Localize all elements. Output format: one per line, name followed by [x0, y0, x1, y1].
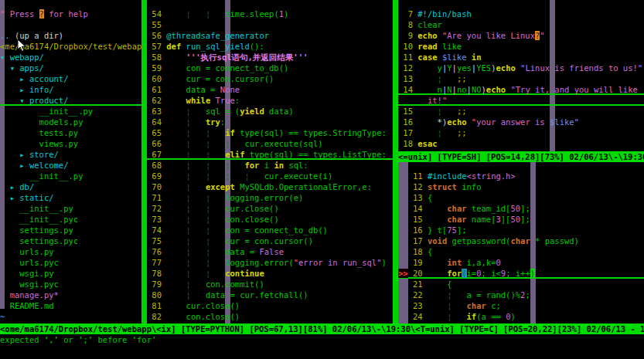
code-line[interactable]: >> 20 for(i=0; i<9; i++) — [398, 268, 644, 279]
code-line[interactable]: 75 ¦ ¦ cur = con.cursor() — [147, 235, 393, 246]
code-line[interactable]: 64 ¦ try: — [147, 117, 393, 127]
code-line[interactable]: ▸ welcome/ — [0, 160, 141, 171]
code-line[interactable]: 70 ¦ except MySQLdb.OperationalError,e: — [147, 181, 393, 192]
code-line[interactable]: 7 #!/bin/bash — [398, 8, 644, 19]
code-line[interactable]: ▾ webapp/ — [0, 52, 141, 63]
code-line[interactable]: 11 case $like in — [398, 52, 644, 63]
code-line[interactable]: ▸ account/ — [0, 73, 141, 84]
code-line[interactable]: 67 ¦ ¦ elif type(sql) == types.ListType: — [147, 149, 393, 160]
command-line-message: expected ‘,’ or ‘;’ before ‘for’ — [0, 334, 644, 345]
shell-script-code-pane[interactable]: 7 #!/bin/bash 8 clear 9 echo "Are you li… — [398, 8, 644, 160]
code-line[interactable]: 77 ¦ ¦ logging.error("error in run_sql") — [147, 257, 393, 268]
code-line[interactable]: 16 *)echo "your answer is $like" — [398, 117, 644, 127]
code-line[interactable]: 23 ¦ char c; — [398, 300, 644, 311]
code-line[interactable]: 18 esac — [398, 138, 644, 149]
statusline-sh-window: <=unix] [TYPE=SH] [POS=14,28][73%] 02/06… — [398, 151, 644, 162]
python-code-pane[interactable]: 54 ¦ ¦ time.sleep(1) 55 56 @threadsafe_g… — [147, 8, 393, 333]
code-line[interactable]: 9 echo "Are you like Linux?" — [398, 30, 644, 41]
code-line[interactable]: 58 '''执行sql语句,并返回结果''' — [147, 52, 393, 63]
code-line[interactable]: 15 ¦ ;; — [398, 106, 644, 117]
code-line[interactable]: README.md — [0, 300, 141, 311]
code-line[interactable]: 54 ¦ ¦ time.sleep(1) — [147, 8, 393, 19]
code-line[interactable]: 8 clear — [398, 19, 644, 30]
code-line[interactable]: 15 char name[3][50]; — [398, 214, 644, 225]
code-line[interactable]: 10 read like — [398, 41, 644, 52]
code-line[interactable]: views.py — [0, 138, 141, 149]
code-line[interactable]: " Press ? for help — [0, 8, 141, 19]
code-line[interactable]: 61 data = None — [147, 84, 393, 95]
code-line[interactable]: 18 { — [398, 246, 644, 257]
nerdtree-file-explorer-pane[interactable]: " Press ? for help.. (up a dir)<me/ma617… — [0, 8, 141, 333]
code-line[interactable]: 14 char team_id[50]; — [398, 203, 644, 214]
mouse-pointer-icon — [17, 39, 26, 52]
code-line[interactable]: 19 int i,a,k=0 — [398, 257, 644, 268]
code-line[interactable]: 11 #include<string.h> — [398, 171, 644, 181]
code-line[interactable]: ~ — [0, 311, 141, 322]
code-line[interactable]: 80 ¦ data = cur.fetchall() — [147, 290, 393, 300]
code-line[interactable]: settings.pyc — [0, 235, 141, 246]
code-line[interactable]: 78 ¦ ¦ continue — [147, 268, 393, 279]
code-line[interactable]: wsgi.pyc — [0, 279, 141, 290]
code-line[interactable]: 68 ¦ ¦ ¦ for i in sql: — [147, 160, 393, 171]
vim-terminal-screen: { "colors": { "background": "#000000", "… — [0, 0, 644, 359]
code-line[interactable]: urls.py — [0, 246, 141, 257]
code-line[interactable]: __init__.py — [0, 203, 141, 214]
c-code-pane[interactable]: 11 #include<string.h> 12 struct info 13 … — [398, 171, 644, 332]
code-line[interactable]: 79 ¦ con.commit() — [147, 279, 393, 290]
code-line[interactable]: 12 struct info — [398, 181, 644, 192]
code-line[interactable]: 24 ¦ if(a == 0) — [398, 311, 644, 322]
code-line[interactable]: 63 ¦ sql = (yield data) — [147, 106, 393, 117]
code-line[interactable]: 16 } t[75]; — [398, 225, 644, 235]
code-line[interactable]: urls.pyc — [0, 257, 141, 268]
code-line[interactable]: 74 ¦ ¦ con = connect_to_db() — [147, 225, 393, 235]
code-line[interactable] — [0, 19, 141, 30]
code-line[interactable]: 60 cur = con.cursor() — [147, 73, 393, 84]
code-line[interactable]: models.py — [0, 117, 141, 127]
code-line[interactable]: 12 y|Y|yes|YES)echo "Linux is friends to… — [398, 63, 644, 73]
code-line[interactable]: 76 ¦ ¦ data = False — [147, 246, 393, 257]
vertical-split-separator[interactable] — [393, 0, 398, 323]
code-line[interactable]: 17 ¦ ;; — [398, 127, 644, 138]
statusline-bottom: <ome/ma6174/Dropbox/test/webapp\<ix] [TY… — [0, 323, 644, 334]
code-line[interactable]: __init__.pyc — [0, 214, 141, 225]
code-line[interactable]: 59 con = connect_to_db() — [147, 63, 393, 73]
code-line[interactable]: 66 ¦ ¦ ¦ cur.execute(sql) — [147, 138, 393, 149]
code-line[interactable]: 62 while True: — [147, 95, 393, 106]
code-line[interactable]: 14 n|N|no|NO)echo "Try it, and you will … — [398, 84, 644, 95]
code-line[interactable]: wsgi.py — [0, 268, 141, 279]
code-line[interactable]: 13 { — [398, 192, 644, 203]
code-line[interactable]: ▸ static/ — [0, 192, 141, 203]
code-line[interactable]: 71 ¦ ¦ logging.error(e) — [147, 192, 393, 203]
code-line[interactable]: 57 def run_sql_yield(): — [147, 41, 393, 52]
code-line[interactable]: 82 con.close() — [147, 311, 393, 322]
code-line[interactable]: 65 ¦ ¦ if type(sql) == types.StringType: — [147, 127, 393, 138]
code-line[interactable]: ▾ product/ — [0, 95, 141, 106]
code-line[interactable]: ▾ apps/ — [0, 63, 141, 73]
code-line[interactable]: 72 ¦ ¦ cur.close() — [147, 203, 393, 214]
code-line[interactable]: 69 ¦ ¦ ¦ ¦ cur.execute(i) — [147, 171, 393, 181]
code-line[interactable]: ▸ store/ — [0, 149, 141, 160]
code-line[interactable]: manage.py* — [0, 290, 141, 300]
vertical-split-separator[interactable] — [141, 0, 147, 323]
code-line[interactable]: tests.py — [0, 127, 141, 138]
code-line[interactable]: ▸ info/ — [0, 84, 141, 95]
code-line[interactable]: __init__.py — [0, 171, 141, 181]
code-line[interactable]: 22 ¦ a = rand()%2; — [398, 290, 644, 300]
code-line[interactable]: ▸ db/ — [0, 181, 141, 192]
code-line[interactable]: 13 ¦ ;; — [398, 73, 644, 84]
code-line[interactable]: 55 — [147, 19, 393, 30]
code-line[interactable]: it!" — [398, 95, 644, 106]
code-line[interactable]: settings.py — [0, 225, 141, 235]
code-line[interactable]: __init__.py — [0, 106, 141, 117]
code-line[interactable]: 21 { — [398, 279, 644, 290]
code-line[interactable]: 56 @threadsafe_generator — [147, 30, 393, 41]
code-line[interactable]: 17 void getpassword(char * passwd) — [398, 235, 644, 246]
code-line[interactable]: 81 cur.close() — [147, 300, 393, 311]
code-line[interactable]: 73 ¦ ¦ con.close() — [147, 214, 393, 225]
